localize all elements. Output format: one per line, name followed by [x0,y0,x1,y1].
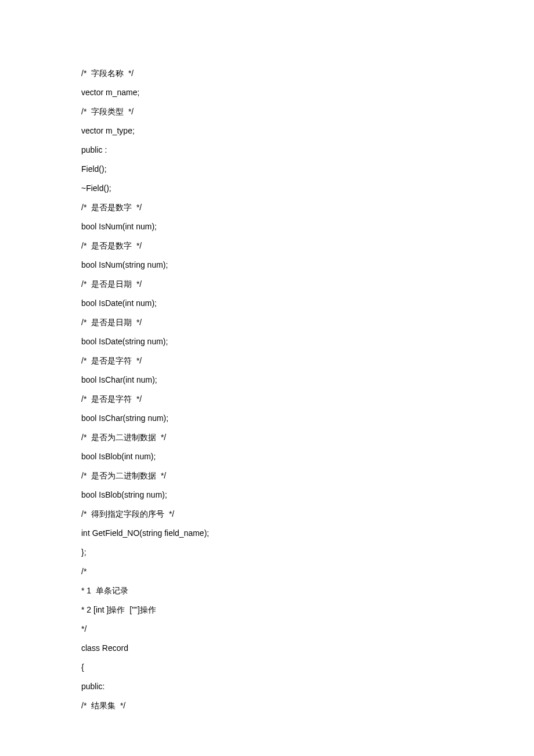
code-line: }; [81,543,453,562]
code-line: bool IsChar(int num); [81,370,453,390]
code-line: vector m_type; [81,121,453,141]
code-line: vector m_name; [81,83,453,102]
code-line: public : [81,141,453,160]
code-line: { [81,658,453,677]
code-line: /* 字段类型 */ [81,102,453,121]
code-line: /* 字段名称 */ [81,64,453,83]
code-line: /* 是否是字符 */ [81,390,453,409]
code-line: /* 是否是数字 */ [81,198,453,217]
code-line: * 1 单条记录 [81,581,453,600]
code-line: bool IsBlob(int num); [81,447,453,466]
code-line: int GetField_NO(string field_name); [81,524,453,543]
code-line: /* 是否是日期 */ [81,313,453,332]
code-line: * 2 [int ]操作 [""]操作 [81,600,453,620]
code-line: /* 是否是字符 */ [81,351,453,370]
code-line: */ [81,620,453,639]
code-line: bool IsNum(int num); [81,217,453,236]
code-line: class Record [81,639,453,658]
code-line: bool IsBlob(string num); [81,485,453,505]
code-line: bool IsChar(string num); [81,409,453,428]
code-line: /* 结果集 */ [81,696,453,715]
code-line: /* 是否为二进制数据 */ [81,428,453,447]
code-line: bool IsNum(string num); [81,255,453,275]
code-line: bool IsDate(string num); [81,332,453,351]
code-line: /* 是否为二进制数据 */ [81,466,453,485]
code-line: /* 是否是数字 */ [81,236,453,255]
code-line: public: [81,677,453,696]
code-line: /* 是否是日期 */ [81,275,453,294]
code-line: ~Field(); [81,179,453,198]
code-line: /* 得到指定字段的序号 */ [81,505,453,524]
document-page: /* 字段名称 */ vector m_name; /* 字段类型 */ vec… [0,0,534,756]
code-line: Field(); [81,160,453,179]
code-line: /* [81,562,453,581]
code-line: bool IsDate(int num); [81,294,453,313]
